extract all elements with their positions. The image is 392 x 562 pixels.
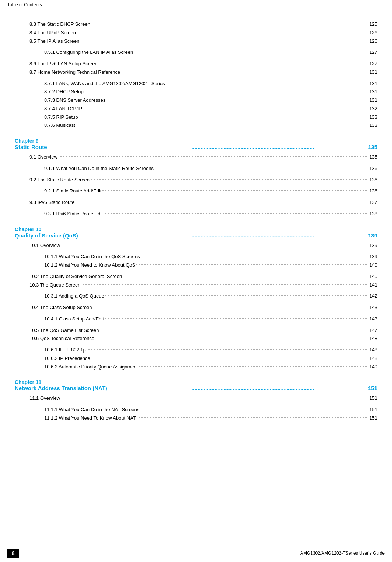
chapter-11-page: 151 [368,385,377,391]
toc-entry-fill [87,345,368,350]
toc-entry-page: 137 [369,198,377,207]
toc-entry-page: 131 [369,68,377,77]
toc-entry-row: 9.1.1 What You Can Do in the Static Rout… [15,164,377,173]
section-block-10: 9.3.1 IPv6 Static Route Edit138 [15,210,377,218]
footer-guide-title: AMG1302/AMG1202-TSeries User's Guide [300,551,385,556]
toc-entry-label: 10.1.1 What You Can Do in the QoS Screen… [44,253,140,261]
toc-entry-page: 148 [369,354,377,363]
toc-entry-page: 148 [369,346,377,354]
toc-entry-page: 136 [369,176,377,184]
toc-entry-row: 9.3.1 IPv6 Static Route Edit138 [15,210,377,218]
toc-entry-fill [99,59,368,63]
content-area: 8.3 The Static DHCP Screen1258.4 The UPn… [0,10,392,452]
chapter-9-title: Static Route [15,144,190,150]
toc-entry-label: 8.7.5 RIP Setup [44,113,78,122]
toc-entry-page: 140 [369,261,377,270]
toc-entry-page: 142 [369,292,377,301]
toc-entry-fill [59,152,368,157]
toc-entry-row: 9.1 Overview135 [15,153,377,162]
toc-entry-label: 9.1 Overview [29,153,57,162]
chapter-10-title-line: Quality of Service (QoS)................… [15,232,377,239]
toc-entry-row: 10.4 The Class Setup Screen143 [15,303,377,312]
toc-entry-row: 9.2 The Static Route Screen136 [15,176,377,184]
toc-entry-label: 8.5.1 Configuring the LAN IP Alias Scree… [44,48,133,57]
toc-entry-row: 10.4.1 Class Setup Add/Edit143 [15,315,377,323]
toc-entry-row: 10.3.1 Adding a QoS Queue142 [15,292,377,301]
toc-entry-page: 131 [369,96,377,105]
section-block-12: 10.1 Overview139 [15,242,377,250]
toc-entry-label: 10.6 QoS Technical Reference [29,334,94,343]
toc-entry-fill [137,413,368,418]
chapter-10-page: 139 [368,232,377,239]
toc-entry-page: 139 [369,242,377,250]
toc-entry-label: 8.7 Home Networking Technical Reference [29,68,120,77]
toc-entry-page: 143 [369,315,377,323]
toc-entry-row: 10.1.2 What You Need to Know About QoS14… [15,261,377,270]
toc-entry-label: 11.1.1 What You Can Do in the NAT Screen… [44,406,139,414]
toc-entry-fill [61,240,368,245]
toc-entry-fill [104,209,368,214]
toc-entry-label: 9.2.1 Static Route Add/Edit [44,187,101,195]
section-block-1: 8.5.1 Configuring the LAN IP Alias Scree… [15,48,377,57]
toc-entry-page: 148 [369,334,377,343]
chapter-9-dots: ........................................… [191,144,366,150]
header-title: Table of Contents [7,2,42,7]
section-block-22: 11.1.1 What You Can Do in the NAT Screen… [15,406,377,423]
toc-entry-row: 10.3 The Queue Screen141 [15,281,377,289]
toc-entry-label: 8.7.2 DHCP Setup [44,88,84,96]
chapter-9-heading: Chapter 9Static Route...................… [15,138,377,150]
toc-entry-fill [106,95,368,100]
toc-entry-page: 138 [369,210,377,218]
toc-entry-label: 10.1.2 What You Need to Know About QoS [44,261,135,270]
toc-entry-fill [76,120,368,125]
toc-entry-page: 131 [369,88,377,96]
toc-entry-fill [105,314,368,319]
toc-entry-fill [93,302,368,307]
toc-entry-label: 10.6.1 IEEE 802.1p [44,346,86,354]
toc-entry-label: 10.6.2 IP Precedence [44,354,90,363]
toc-entry-fill [85,87,368,91]
toc-entry-fill [95,333,368,338]
toc-entry-row: 10.6 QoS Technical Reference148 [15,334,377,343]
section-block-13: 10.1.1 What You Can Do in the QoS Screen… [15,253,377,270]
toc-entry-label: 10.3 The Queue Screen [29,281,81,289]
chapter-9-page: 135 [368,144,377,150]
toc-entry-fill [83,104,368,108]
toc-entry-row: 8.5 The IP Alias Screen126 [15,37,377,46]
toc-entry-label: 11.1 Overview [29,394,60,403]
toc-entry-fill [105,291,368,296]
toc-entry-fill [166,79,368,83]
section-block-17: 10.4.1 Class Setup Add/Edit143 [15,315,377,323]
toc-entry-fill [61,393,368,398]
toc-entry-label: 9.3 IPv6 Static Route [29,198,74,207]
toc-entry-row: 11.1.2 What You Need To Know About NAT15… [15,414,377,423]
toc-entry-fill [136,260,368,265]
section-block-7: 9.2 The Static Route Screen136 [15,176,377,184]
toc-entry-page: 151 [369,414,377,423]
toc-entry-page: 136 [369,164,377,173]
toc-entry-fill [141,251,368,256]
page-header: Table of Contents [0,0,392,10]
section-block-8: 9.2.1 Static Route Add/Edit136 [15,187,377,195]
chapter-11-title: Network Address Translation (NAT) [15,385,190,391]
toc-entry-row: 8.7 Home Networking Technical Reference1… [15,68,377,77]
chapter-10-heading: Chapter 10Quality of Service (QoS)......… [15,226,377,239]
section-block-2: 8.6 The IPv6 LAN Setup Screen1278.7 Home… [15,60,377,77]
toc-entry-page: 149 [369,363,377,371]
toc-entry-page: 133 [369,113,377,122]
toc-entry-label: 8.4 The UPnP Screen [29,29,76,37]
section-block-14: 10.2 The Quality of Service General Scre… [15,273,377,289]
toc-entry-fill [155,163,368,168]
toc-entry-fill [80,36,368,41]
toc-entry-page: 125 [369,20,377,29]
page-footer: 8 AMG1302/AMG1202-TSeries User's Guide [0,544,392,562]
footer-page-number: 8 [7,549,19,558]
toc-entry-label: 10.5 The QoS Game List Screen [29,326,99,335]
toc-entry-label: 10.6.3 Automatic Priority Queue Assignme… [44,363,138,371]
toc-entry-page: 139 [369,253,377,261]
toc-entry-fill [139,362,368,367]
chapter-9-label: Chapter 9 [15,138,377,144]
toc-entry-fill [79,112,368,117]
section-block-9: 9.3 IPv6 Static Route137 [15,198,377,207]
chapter-11-label: Chapter 11 [15,379,377,385]
